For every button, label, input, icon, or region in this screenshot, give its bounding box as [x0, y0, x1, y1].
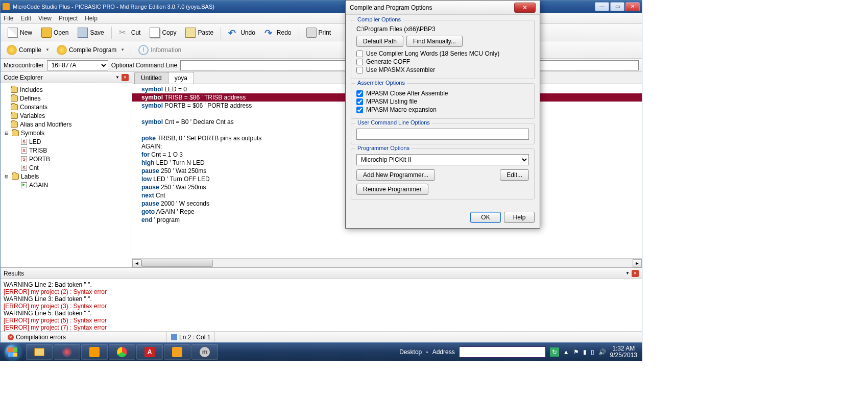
- show-desktop[interactable]: Desktop: [399, 348, 422, 356]
- undo-button[interactable]: ↶Undo: [224, 26, 259, 40]
- tree-symbol-item[interactable]: STRISB: [1, 146, 132, 155]
- taskbar[interactable]: A m Desktop » Address ↻ ▲ ⚑ ▮ ▯ 🔊 1:32 A…: [0, 343, 642, 361]
- compile-program-button[interactable]: Compile Program: [54, 43, 128, 57]
- status-bar: ✕ Compilation errors Ln 2 : Col 1: [1, 331, 642, 342]
- folder-icon: [11, 87, 18, 93]
- menu-help[interactable]: Help: [85, 15, 98, 22]
- start-button[interactable]: [0, 343, 26, 361]
- taskbar-microcode[interactable]: [164, 344, 190, 360]
- folder-icon: [11, 113, 18, 119]
- generate-coff-checkbox[interactable]: Generate COFF: [356, 58, 529, 65]
- panel-close-icon[interactable]: ×: [632, 270, 639, 277]
- mpasm-macro-checkbox[interactable]: MPASM Macro expansion: [356, 106, 529, 113]
- toolbar-compile: Compile Compile Program iInformation: [1, 41, 642, 59]
- ok-button[interactable]: OK: [470, 212, 501, 223]
- mpasm-listing-checkbox[interactable]: MPASM Listing file: [356, 98, 529, 105]
- long-words-checkbox[interactable]: Use Compiler Long Words (18 Series MCU O…: [356, 50, 529, 57]
- paste-icon: [185, 28, 196, 38]
- tray-flag-icon[interactable]: ⚑: [573, 348, 579, 356]
- maximize-button[interactable]: ▭: [610, 2, 624, 11]
- horizontal-scrollbar[interactable]: ◄ ►: [132, 258, 642, 267]
- error-icon: ✕: [8, 334, 14, 340]
- tree-label-item[interactable]: AGAIN: [1, 181, 132, 189]
- panel-close-icon[interactable]: ×: [122, 74, 129, 81]
- taskbar-explorer[interactable]: [26, 344, 53, 360]
- edit-programmer-button[interactable]: Edit...: [500, 169, 529, 181]
- title-bar[interactable]: MicroCode Studio Plus - PICBASIC PRO - M…: [1, 1, 642, 13]
- menu-file[interactable]: File: [4, 15, 13, 22]
- dialog-close-button[interactable]: ✕: [514, 3, 536, 13]
- paste-button[interactable]: Paste: [181, 26, 218, 40]
- results-output[interactable]: WARNING Line 2: Bad token " ".[ERROR] my…: [1, 279, 642, 331]
- tab-untitled[interactable]: Untitled: [134, 72, 168, 84]
- tray-signal-icon[interactable]: ▯: [591, 348, 594, 356]
- taskbar-adobe[interactable]: A: [136, 344, 163, 360]
- symbol-icon: S: [21, 147, 27, 154]
- scroll-left-icon[interactable]: ◄: [132, 259, 141, 267]
- microcontroller-label: Microcontroller: [4, 62, 44, 69]
- symbol-icon: S: [21, 156, 27, 162]
- new-button[interactable]: New: [4, 26, 36, 40]
- results-header: Results ▼ ×: [1, 268, 642, 279]
- tree-symbol-item[interactable]: SPORTB: [1, 155, 132, 163]
- copy-button[interactable]: Copy: [146, 26, 180, 40]
- compile-options-dialog: Compile and Program Options ✕ Compiler O…: [345, 0, 540, 229]
- default-path-button[interactable]: Default Path: [356, 36, 403, 47]
- symbol-icon: S: [21, 165, 27, 171]
- help-button[interactable]: Help: [504, 212, 535, 223]
- tray-volume-icon[interactable]: 🔊: [598, 348, 606, 356]
- mpasmx-checkbox[interactable]: Use MPASMX Assembler: [356, 66, 529, 73]
- panel-dropdown-icon[interactable]: ▼: [115, 75, 119, 80]
- cut-icon: ✂: [119, 28, 129, 38]
- redo-button[interactable]: ↷Redo: [260, 26, 296, 40]
- menu-view[interactable]: View: [38, 15, 52, 22]
- code-explorer-panel: Code Explorer ▼ × Includes Defines Const…: [1, 72, 132, 267]
- taskbar-clock[interactable]: 1:32 AM 9/25/2013: [610, 345, 637, 359]
- panel-dropdown-icon[interactable]: ▼: [625, 271, 630, 276]
- taskbar-app[interactable]: [54, 344, 80, 360]
- minimize-button[interactable]: —: [595, 2, 609, 11]
- status-message: Compilation errors: [16, 334, 66, 341]
- folder-icon: [11, 104, 18, 110]
- compile-button[interactable]: Compile: [4, 43, 53, 57]
- taskbar-media[interactable]: [81, 344, 108, 360]
- address-input[interactable]: [459, 346, 546, 358]
- programmer-select[interactable]: Microchip PICKit II: [356, 154, 529, 165]
- toolbar-main: New Open Save ✂Cut Copy Paste ↶Undo ↷Red…: [1, 24, 642, 41]
- compiler-path: C:\Program Files (x86)\PBP3: [356, 26, 529, 33]
- find-manually-button[interactable]: Find Manually...: [406, 36, 463, 47]
- app2-icon: m: [200, 347, 210, 357]
- remove-programmer-button[interactable]: Remove Programmer: [356, 184, 428, 195]
- tree-symbol-item[interactable]: SLED: [1, 137, 132, 146]
- explorer-icon: [34, 348, 44, 356]
- print-button[interactable]: Print: [302, 26, 335, 40]
- menu-edit[interactable]: Edit: [20, 15, 31, 22]
- menu-project[interactable]: Project: [59, 15, 78, 22]
- folder-icon: [12, 130, 19, 136]
- user-command-line-input[interactable]: [356, 129, 529, 140]
- save-button[interactable]: Save: [74, 26, 108, 40]
- tray-up-icon[interactable]: ▲: [563, 348, 569, 356]
- microcontroller-select[interactable]: 16F877A: [47, 60, 108, 70]
- chevron-right-icon: »: [426, 350, 428, 355]
- tree-labels[interactable]: ⊟Labels: [1, 172, 132, 181]
- tree-symbols[interactable]: ⊟Symbols: [1, 129, 132, 137]
- mpasm-close-checkbox[interactable]: MPASM Close After Assemble: [356, 90, 529, 97]
- information-button[interactable]: iInformation: [134, 43, 185, 57]
- cut-button[interactable]: ✂Cut: [115, 26, 145, 40]
- code-explorer-header: Code Explorer ▼ ×: [1, 72, 132, 83]
- tab-yoya[interactable]: yoya: [168, 72, 194, 84]
- tree-symbol-item[interactable]: SCnt: [1, 163, 132, 172]
- dialog-title-bar[interactable]: Compile and Program Options ✕: [346, 1, 540, 15]
- open-button[interactable]: Open: [37, 26, 73, 40]
- scroll-right-icon[interactable]: ►: [633, 259, 642, 267]
- tray-network-icon[interactable]: ▮: [583, 348, 587, 356]
- add-programmer-button[interactable]: Add New Programmer...: [356, 169, 435, 181]
- taskbar-chrome[interactable]: [109, 344, 135, 360]
- taskbar-app2[interactable]: m: [191, 344, 218, 360]
- compile-program-icon: [57, 45, 67, 55]
- save-icon: [78, 28, 88, 38]
- code-explorer-tree[interactable]: Includes Defines Constants Variables Ali…: [1, 83, 132, 267]
- go-icon[interactable]: ↻: [550, 347, 559, 357]
- close-button[interactable]: ✕: [625, 2, 640, 11]
